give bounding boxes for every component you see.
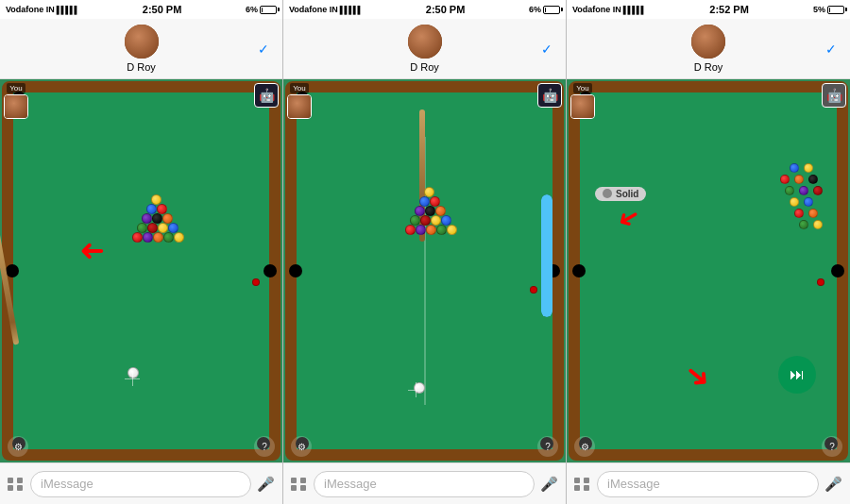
signal-3: ▌▌▌▌▌: [623, 6, 645, 14]
red-arrow-1: ➜: [79, 232, 105, 268]
ball-type-badge-3: Solid: [595, 187, 646, 201]
settings-btn-2[interactable]: ⚙: [291, 436, 312, 457]
ball-2-1: [424, 187, 434, 197]
header-chevron-1[interactable]: ✓: [258, 42, 269, 57]
header-chevron-3[interactable]: ✓: [825, 42, 837, 57]
player-avatar-img-2: [288, 95, 311, 118]
status-bar-3: Vodafone IN ▌▌▌▌▌ 2:52 PM 5%: [567, 0, 850, 19]
battery-icon-3: [827, 6, 844, 14]
status-left-3: Vodafone IN ▌▌▌▌▌: [572, 5, 645, 14]
sball-11: [794, 209, 804, 218]
chat-header-3: D Roy ✓: [567, 19, 850, 79]
time-1: 2:50 PM: [143, 4, 182, 15]
sball-3: [780, 175, 790, 184]
imessage-input-3[interactable]: iMessage: [597, 471, 819, 497]
carrier-2: Vodafone IN: [289, 5, 338, 14]
apps-dot-12: [584, 485, 589, 491]
sball-7: [799, 186, 808, 195]
settings-btn-1[interactable]: ⚙: [8, 436, 28, 457]
time-3: 2:52 PM: [709, 4, 749, 15]
opponent-avatar-3: 🤖: [822, 83, 846, 108]
ball-2-12: [416, 225, 426, 235]
battery-icon-2: [543, 6, 560, 14]
apps-btn-2[interactable]: [291, 478, 308, 491]
pocket-mr-1: [264, 264, 277, 277]
game-controls-3: ⚙ ?: [567, 436, 850, 457]
ball-2-3: [430, 196, 440, 207]
ball-2-15: [447, 225, 457, 235]
status-right-2: 6%: [529, 5, 560, 14]
ball-2-6: [435, 206, 446, 216]
apps-dot-4: [17, 485, 23, 491]
player-avatar-2: [287, 94, 312, 119]
apps-dot-5: [291, 478, 297, 483]
status-right-1: 6%: [246, 5, 277, 14]
phone-panel-1: Vodafone IN ▌▌▌▌▌ 2:50 PM 6% D Roy ✓: [0, 0, 283, 504]
avatar-1: [125, 25, 159, 59]
apps-dot-2: [17, 478, 23, 483]
phone-panel-3: Vodafone IN ▌▌▌▌▌ 2:52 PM 5% D Roy ✓: [567, 0, 850, 504]
mic-btn-3[interactable]: 🎤: [824, 476, 842, 493]
play-pause-btn-3[interactable]: ⏭: [778, 356, 816, 394]
player-avatar-img-1: [5, 95, 27, 118]
player-avatar-img-3: [571, 95, 594, 118]
sball-14: [813, 220, 823, 229]
battery-fill-3: [829, 8, 830, 12]
battery-fill-2: [545, 8, 546, 12]
carrier-3: Vodafone IN: [572, 5, 621, 14]
header-name-2: D Roy: [410, 61, 439, 73]
ball-type-label-3: Solid: [616, 189, 638, 199]
game-players-2: You 🤖: [283, 83, 566, 119]
chat-header-2: D Roy ✓: [283, 19, 566, 79]
you-label-3: You: [573, 83, 592, 93]
phone-panel-2: Vodafone IN ▌▌▌▌▌ 2:50 PM 6% D Roy ✓: [283, 0, 567, 504]
aim-crosshair-2: [408, 382, 423, 397]
help-btn-2[interactable]: ?: [537, 436, 558, 457]
game-area-2: You 🤖: [283, 79, 566, 462]
header-chevron-2[interactable]: ✓: [541, 42, 552, 57]
imessage-placeholder-1: iMessage: [41, 477, 94, 491]
imessage-input-2[interactable]: iMessage: [314, 471, 535, 497]
help-btn-3[interactable]: ?: [822, 436, 842, 457]
apps-dot-3: [8, 485, 13, 491]
settings-btn-3[interactable]: ⚙: [574, 436, 595, 457]
apps-dot-10: [584, 478, 589, 483]
avatar-face-2: [408, 25, 442, 59]
ball-2-9: [431, 215, 441, 226]
apps-btn-3[interactable]: [574, 478, 591, 491]
you-label-1: You: [7, 83, 26, 93]
avatar-face-1: [125, 25, 159, 59]
status-left-2: Vodafone IN ▌▌▌▌▌: [289, 5, 362, 14]
help-btn-1[interactable]: ?: [254, 436, 275, 457]
status-bar-2: Vodafone IN ▌▌▌▌▌ 2:50 PM 6%: [283, 0, 566, 19]
status-right-3: 5%: [813, 5, 844, 14]
sball-9: [790, 197, 799, 207]
game-area-3: You 🤖 Solid: [567, 79, 850, 462]
apps-dot-1: [8, 478, 13, 483]
game-controls-1: ⚙ ?: [0, 436, 282, 457]
status-left-1: Vodafone IN ▌▌▌▌▌: [6, 5, 78, 14]
game-players-3: You 🤖: [567, 83, 850, 119]
power-fill-2: [541, 194, 552, 317]
sball-10: [804, 197, 813, 207]
player-you-1: You: [4, 83, 28, 119]
player-you-2: You: [287, 83, 312, 119]
imessage-placeholder-3: iMessage: [607, 477, 660, 491]
mic-btn-2[interactable]: 🎤: [540, 476, 558, 493]
avatar-2: [408, 25, 442, 59]
mic-btn-1[interactable]: 🎤: [257, 476, 275, 493]
chat-header-1: D Roy ✓: [0, 19, 282, 79]
apps-btn-1[interactable]: [8, 478, 25, 491]
avatar-3: [691, 25, 725, 59]
imessage-input-1[interactable]: iMessage: [30, 471, 251, 497]
apps-dot-6: [300, 478, 306, 483]
scattered-balls-3: [733, 163, 827, 267]
signal-2: ▌▌▌▌▌: [340, 6, 362, 14]
ball-2-10: [441, 215, 451, 226]
game-controls-2: ⚙ ?: [283, 436, 566, 457]
ball-2-5: [425, 206, 435, 216]
apps-dot-11: [574, 485, 580, 491]
table-frame-3: [569, 81, 848, 461]
header-name-1: D Roy: [127, 61, 156, 73]
sball-12: [808, 209, 818, 218]
